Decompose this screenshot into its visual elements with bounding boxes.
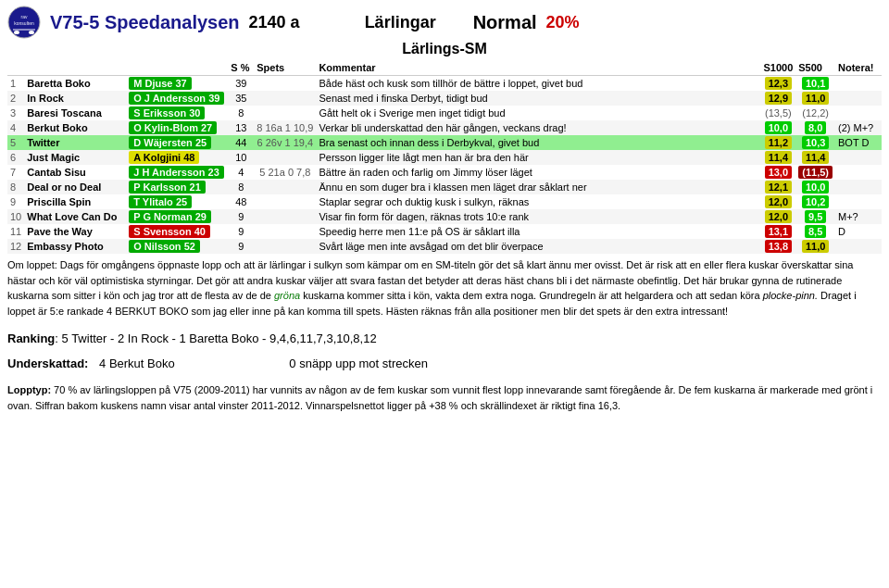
s1000-value: 11,2: [760, 135, 795, 150]
s500-badge: 10,2: [802, 195, 829, 208]
driver-badge: M Djuse 37: [126, 76, 228, 92]
spets-value: 5 21a 0 7,8: [254, 165, 316, 180]
race-table: S % Spets Kommentar S1000 S500 Notera! 1…: [7, 60, 882, 254]
comment-text: Gått helt ok i Sverige men inget tidigt …: [316, 106, 760, 120]
col-header-note: Notera!: [835, 60, 882, 76]
driver-badge-label: P Karlsson 21: [129, 181, 206, 194]
driver-badge: S Eriksson 30: [126, 106, 228, 120]
s500-badge: 11,4: [802, 151, 829, 164]
driver-badge: D Wäjersten 25: [126, 135, 228, 150]
horse-name: Embassy Photo: [24, 239, 126, 254]
spets-value: [254, 76, 316, 92]
s1000-value: 12,0: [760, 209, 795, 224]
svg-point-5: [29, 31, 34, 34]
s500-badge: 10,3: [802, 136, 829, 149]
header: rav konsulten V75-5 Speedanalysen 2140 a…: [7, 6, 882, 39]
s500-value: 8,5: [795, 224, 835, 239]
driver-badge: P Karlsson 21: [126, 180, 228, 194]
s1000-badge: 12,9: [765, 92, 792, 105]
row-num: 8: [7, 180, 24, 194]
driver-badge: T Ylitalo 25: [126, 194, 228, 209]
s1000-badge: 13,8: [765, 240, 792, 253]
s500-value: (11,5): [795, 165, 835, 180]
analysis-paragraph2: kuskarna kommer sitta i kön, vakta dem e…: [300, 290, 763, 301]
s500-value: 11,0: [795, 91, 835, 106]
s1000-badge: 12,0: [765, 195, 792, 208]
race-subtitle: Lärlings-SM: [402, 41, 487, 57]
s500-value: 10,0: [795, 180, 835, 194]
spct-value: 8: [228, 106, 254, 120]
comment-text: Speedig herre men 11:e på OS är såklart …: [316, 224, 760, 239]
spets-value: [254, 209, 316, 224]
horse-name: In Rock: [24, 91, 126, 106]
row-num: 10: [7, 209, 24, 224]
horse-name: Just Magic: [24, 150, 126, 165]
note-text: [835, 239, 882, 254]
row-num: 7: [7, 165, 24, 180]
spets-value: [254, 150, 316, 165]
driver-badge-label: S Svensson 40: [129, 225, 210, 238]
driver-badge-label: T Ylitalo 25: [129, 195, 192, 208]
s1000-paren: (13,5): [765, 107, 792, 119]
driver-badge: P G Norman 29: [126, 209, 228, 224]
spct-value: 8: [228, 180, 254, 194]
s500-value: 11,0: [795, 239, 835, 254]
comment-text: Svårt läge men inte avsågad om det blir …: [316, 239, 760, 254]
s500-value: 10,3: [795, 135, 835, 150]
col-header-s500: S500: [795, 60, 835, 76]
driver-badge-label: P G Norman 29: [129, 210, 211, 223]
lopptyp-text: 70 % av lärlingsloppen på V75 (2009-2011…: [7, 384, 872, 412]
driver-badge-label: O Kylin-Blom 27: [129, 121, 217, 134]
spets-value: [254, 194, 316, 209]
horse-name: Baresi Toscana: [24, 106, 126, 120]
table-row: 12Embassy PhotoO Nilsson 529Svårt läge m…: [7, 239, 882, 254]
note-text: (2) M+?: [835, 120, 882, 135]
driver-badge: O Kylin-Blom 27: [126, 120, 228, 135]
note-text: [835, 165, 882, 180]
s500-badge: 9,5: [805, 210, 826, 223]
horse-name: Deal or no Deal: [24, 180, 126, 194]
spct-value: 48: [228, 194, 254, 209]
horse-name: Berkut Boko: [24, 120, 126, 135]
comment-text: Verkar bli underskattad den här gången, …: [316, 120, 760, 135]
s1000-value: (13,5): [760, 106, 795, 120]
spets-value: 6 26v 1 19,4: [254, 135, 316, 150]
comment-text: Bra senast och innan dess i Derbykval, g…: [316, 135, 760, 150]
s1000-value: 13,0: [760, 165, 795, 180]
comment-text: Persson ligger lite lågt men han är bra …: [316, 150, 760, 165]
comment-text: Både häst och kusk som tillhör de bättre…: [316, 76, 760, 92]
col-header-spets: Spets: [254, 60, 316, 76]
row-num: 5: [7, 135, 24, 150]
lopptyp-section: Lopptyp: 70 % av lärlingsloppen på V75 (…: [7, 382, 882, 415]
s1000-value: 12,0: [760, 194, 795, 209]
driver-badge: O J Andersson 39: [126, 91, 228, 106]
driver-badge-label: O Nilsson 52: [129, 240, 200, 253]
horse-name: Cantab Sisu: [24, 165, 126, 180]
lopptyp-label: Lopptyp:: [7, 384, 51, 395]
spets-value: [254, 91, 316, 106]
driver-badge-label: D Wäjersten 25: [129, 136, 211, 149]
note-text: [835, 91, 882, 106]
s1000-value: 13,8: [760, 239, 795, 254]
race-id: 2140 a: [249, 13, 300, 32]
table-row: 9Priscilla SpinT Ylitalo 2548Staplar seg…: [7, 194, 882, 209]
row-num: 2: [7, 91, 24, 106]
note-text: [835, 194, 882, 209]
row-num: 9: [7, 194, 24, 209]
spct-value: 44: [228, 135, 254, 150]
page-container: rav konsulten V75-5 Speedanalysen 2140 a…: [7, 6, 882, 415]
note-text: [835, 76, 882, 92]
spct-value: 39: [228, 76, 254, 92]
s1000-value: 12,1: [760, 180, 795, 194]
horse-name: What Love Can Do: [24, 209, 126, 224]
spct-value: 9: [228, 224, 254, 239]
driver-badge: J H Andersson 23: [126, 165, 228, 180]
s500-paren: (12,2): [802, 107, 829, 119]
spets-value: [254, 180, 316, 194]
svg-text:rav: rav: [21, 14, 28, 19]
spets-value: 8 16a 1 10,9: [254, 120, 316, 135]
spets-value: [254, 224, 316, 239]
s500-badge: 8,5: [805, 225, 826, 238]
s500-badge: 11,0: [802, 240, 829, 253]
note-text: [835, 150, 882, 165]
